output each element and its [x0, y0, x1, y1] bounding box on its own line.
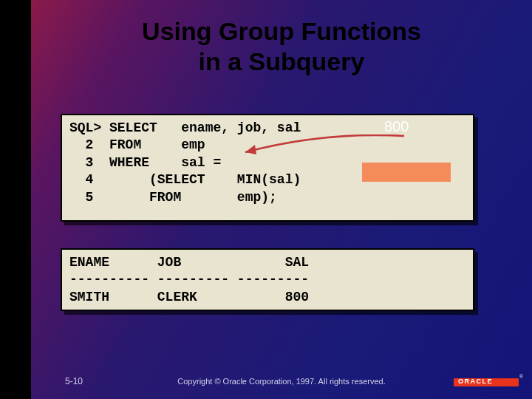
oracle-logo-bar: ORACLE [454, 378, 519, 386]
annotation-value: 800 [384, 118, 409, 135]
slide-container: Using Group Functions in a Subquery SQL>… [31, 0, 532, 399]
oracle-logo-text: ORACLE [458, 378, 493, 385]
highlight-box [362, 163, 451, 182]
sql-result-box: ENAME JOB SAL ---------- --------- -----… [61, 248, 474, 311]
slide-title: Using Group Functions in a Subquery [56, 16, 507, 77]
copyright-text: Copyright © Oracle Corporation, 1997. Al… [177, 377, 385, 386]
slide-number: 5-10 [65, 376, 83, 386]
oracle-logo: ORACLE ® [454, 378, 519, 390]
registered-icon: ® [519, 374, 523, 379]
